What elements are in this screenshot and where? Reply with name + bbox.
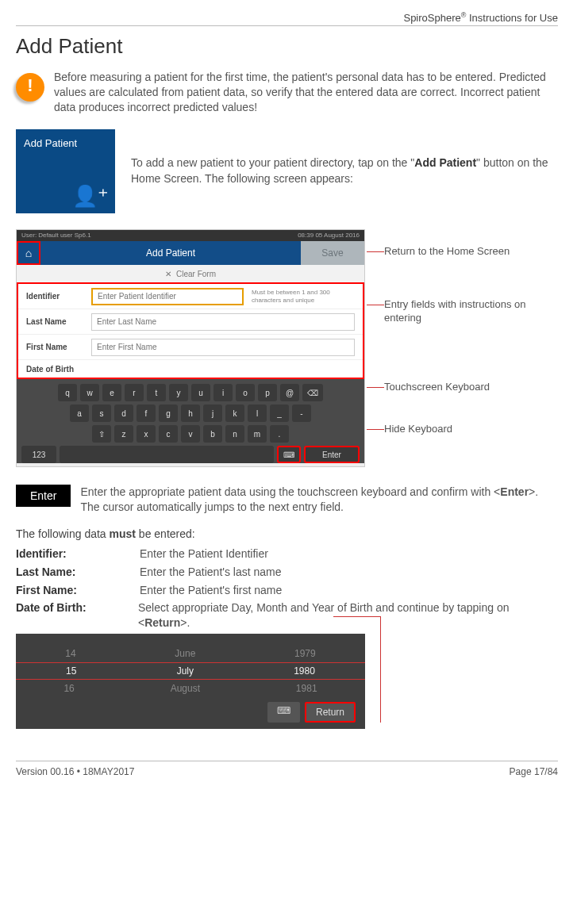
key-v[interactable]: v — [181, 425, 200, 443]
key-o[interactable]: o — [236, 384, 255, 401]
f-firstname-name: First Name: — [16, 583, 127, 598]
dob-d3[interactable]: 16 — [63, 683, 74, 694]
home-button[interactable]: ⌂ — [17, 241, 40, 265]
touchscreen-keyboard[interactable]: qwertyuiop@⌫ asdfghjkl_- ⇧zxcvbnm. 123 ⌨… — [17, 379, 364, 463]
tile-label: Add Patient — [24, 137, 77, 149]
must-b: be entered: — [136, 527, 195, 540]
f-lastname-name: Last Name: — [16, 565, 127, 580]
dob-m3[interactable]: August — [171, 683, 200, 694]
annot-keyboard: Touchscreen Keyboard — [384, 381, 558, 394]
dob-desc-b: >. — [180, 616, 190, 629]
key-underscore[interactable]: _ — [270, 404, 289, 422]
footer-left: Version 00.16 • 18MAY2017 — [16, 766, 134, 777]
dob-y1[interactable]: 1979 — [294, 648, 316, 659]
status-left: User: Default user Sp6.1 — [21, 232, 91, 240]
enter-pill: Enter — [16, 485, 71, 507]
save-button[interactable]: Save — [301, 241, 364, 265]
page-footer: Version 00.16 • 18MAY2017 Page 17/84 — [16, 761, 558, 777]
key-123[interactable]: 123 — [21, 446, 56, 463]
key-d[interactable]: d — [114, 404, 133, 422]
clear-form-label: Clear Form — [176, 270, 216, 278]
key-a[interactable]: a — [70, 404, 89, 422]
add-patient-tile[interactable]: Add Patient 👤⁺ — [16, 129, 115, 213]
dob-desc-a: Select appropriate Day, Month and Year o… — [138, 601, 510, 629]
key-t[interactable]: t — [147, 384, 166, 401]
must-bold: must — [110, 527, 136, 540]
key-shift[interactable]: ⇧ — [92, 425, 111, 443]
screen-title: Add Patient — [40, 247, 301, 259]
page-title: Add Patient — [16, 34, 558, 59]
lastname-input[interactable] — [91, 313, 355, 331]
required-fields-list: Identifier:Enter the Patient Identifier … — [16, 546, 558, 631]
key-space[interactable] — [60, 446, 274, 463]
tile-text-a: To add a new patient to your patient dir… — [131, 156, 414, 169]
key-h[interactable]: h — [181, 404, 200, 422]
key-w[interactable]: w — [80, 384, 99, 401]
status-bar: User: Default user Sp6.1 08:39 05 August… — [17, 230, 364, 241]
key-dash[interactable]: - — [292, 404, 311, 422]
key-backspace[interactable]: ⌫ — [302, 384, 323, 401]
key-q[interactable]: q — [58, 384, 77, 401]
doc-header: SpiroSphere® Instructions for Use — [16, 11, 558, 26]
hide-keyboard-button[interactable]: ⌨ — [277, 446, 301, 463]
tile-instruction: To add a new patient to your patient dir… — [131, 155, 558, 186]
dob-m1[interactable]: June — [175, 648, 195, 659]
f-identifier-name: Identifier: — [16, 546, 127, 562]
key-j[interactable]: j — [203, 404, 222, 422]
f-dob-name: Date of Birth: — [16, 600, 125, 631]
dob-row: Date of Birth — [18, 360, 363, 378]
key-z[interactable]: z — [114, 425, 133, 443]
f-lastname-desc: Enter the Patient's last name — [140, 565, 282, 580]
identifier-label: Identifier — [26, 292, 83, 301]
key-l[interactable]: l — [248, 404, 267, 422]
enter-text: Enter the appropriate patient data using… — [80, 485, 558, 515]
key-y[interactable]: y — [169, 384, 188, 401]
clear-form-button[interactable]: ✕ Clear Form — [17, 265, 364, 282]
key-r[interactable]: r — [125, 384, 144, 401]
footer-right: Page 17/84 — [510, 766, 558, 777]
identifier-row: Identifier Must be between 1 and 300 cha… — [18, 284, 363, 309]
screen-header: ⌂ Add Patient Save — [17, 241, 364, 265]
dob-picker-wrap: 14June1979 15July1980 16August1981 ⌨ Ret… — [16, 634, 558, 729]
dob-hide-keyboard-button[interactable]: ⌨ — [267, 702, 300, 723]
tile-text-bold: Add Patient — [414, 156, 476, 169]
key-x[interactable]: x — [137, 425, 156, 443]
enter-instruction: Enter Enter the appropriate patient data… — [16, 485, 558, 515]
add-patient-tile-row: Add Patient 👤⁺ To add a new patient to y… — [16, 129, 558, 213]
key-b[interactable]: b — [203, 425, 222, 443]
screenshot-block: User: Default user Sp6.1 08:39 05 August… — [16, 229, 558, 467]
key-n[interactable]: n — [225, 425, 244, 443]
dob-callout-line — [333, 616, 381, 723]
annotations-column: Return to the Home Screen Entry fields w… — [384, 229, 558, 467]
dob-d1[interactable]: 14 — [65, 648, 75, 659]
key-period[interactable]: . — [270, 425, 289, 443]
key-u[interactable]: u — [191, 384, 210, 401]
person-plus-icon: 👤⁺ — [72, 184, 109, 209]
key-c[interactable]: c — [159, 425, 178, 443]
firstname-input[interactable] — [91, 339, 355, 356]
dob-y2[interactable]: 1980 — [294, 665, 315, 677]
key-m[interactable]: m — [248, 425, 267, 443]
dob-m2[interactable]: July — [177, 665, 194, 677]
key-f[interactable]: f — [137, 404, 156, 422]
key-p[interactable]: p — [258, 384, 277, 401]
home-icon: ⌂ — [25, 247, 32, 259]
key-at[interactable]: @ — [280, 384, 299, 401]
f-firstname-desc: Enter the Patient's first name — [140, 583, 282, 598]
key-i[interactable]: i — [213, 384, 233, 401]
enter-text-a: Enter the appropriate patient data using… — [80, 485, 500, 498]
identifier-input[interactable] — [91, 288, 244, 305]
key-g[interactable]: g — [159, 404, 178, 422]
f-identifier-desc: Enter the Patient Identifier — [140, 546, 268, 562]
lastname-row: Last Name — [18, 309, 363, 335]
key-k[interactable]: k — [225, 404, 244, 422]
firstname-label: First Name — [26, 343, 83, 351]
dob-desc-bold: Return — [144, 616, 180, 629]
dob-picker-screenshot: 14June1979 15July1980 16August1981 ⌨ Ret… — [16, 634, 365, 729]
key-s[interactable]: s — [92, 404, 111, 422]
dob-y3[interactable]: 1981 — [296, 683, 317, 694]
key-enter[interactable]: Enter — [304, 446, 360, 463]
dob-d2[interactable]: 15 — [66, 665, 76, 677]
key-e[interactable]: e — [102, 384, 121, 401]
doc-title: SpiroSphere® Instructions for Use — [403, 12, 558, 24]
